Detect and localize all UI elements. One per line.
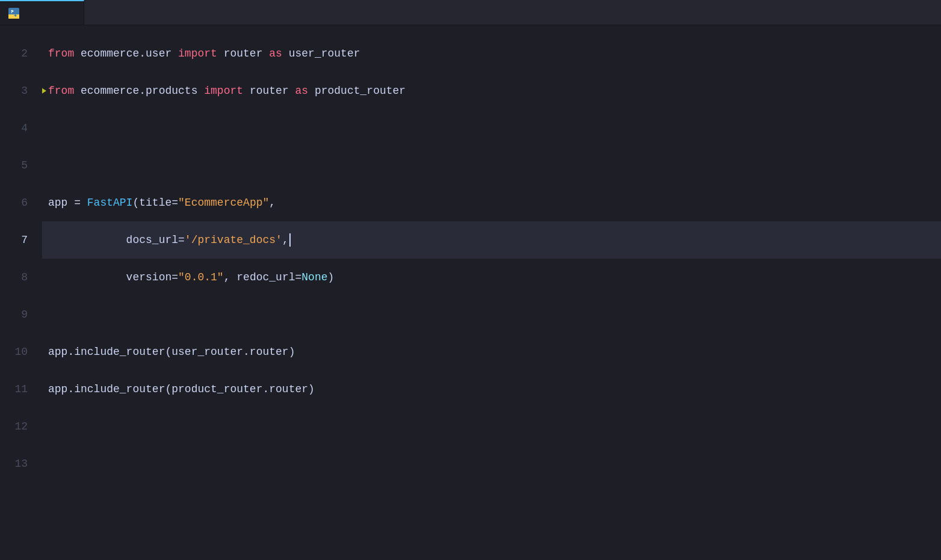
editor-container: 2345678910111213 from ecommerce.user imp… <box>0 0 941 560</box>
code-line-12 <box>42 408 941 445</box>
token-identifier: router <box>217 48 269 60</box>
token-identifier: app = <box>48 197 87 209</box>
token-identifier: title= <box>139 197 178 209</box>
token-punctuation: , <box>282 234 289 246</box>
svg-rect-2 <box>8 12 19 14</box>
code-line-10: app.include_router(user_router.router) <box>42 333 941 371</box>
code-line-5 <box>42 147 941 184</box>
line-number-9: 9 <box>0 296 42 333</box>
line-number-12: 12 <box>0 408 42 445</box>
token-string-double: "EcommerceApp" <box>178 197 269 209</box>
token-identifier: app.include_router(user_router.router) <box>48 346 295 358</box>
token-kw-none: None <box>301 271 327 283</box>
code-line-8: version="0.0.1", redoc_url=None) <box>42 259 941 296</box>
line-number-4: 4 <box>0 109 42 147</box>
token-punctuation: ( <box>132 197 139 209</box>
line-number-10: 10 <box>0 333 42 371</box>
bookmark-icon <box>42 87 46 95</box>
token-string-double: "0.0.1" <box>178 271 224 283</box>
line-number-8: 8 <box>0 259 42 296</box>
line-number-11: 11 <box>0 371 42 408</box>
token-identifier: ecommerce.user <box>74 48 178 60</box>
line-number-6: 6 <box>0 184 42 221</box>
token-identifier: product_router <box>308 85 406 97</box>
code-content[interactable]: from ecommerce.user import router as use… <box>42 25 941 560</box>
tab-bar <box>0 0 941 25</box>
token-kw-as: as <box>295 85 309 97</box>
line-number-2: 2 <box>0 35 42 72</box>
token-identifier: router <box>243 85 295 97</box>
token-kw-import: import <box>204 85 243 97</box>
line-number-7: 7 <box>0 221 42 259</box>
code-line-6: app = FastAPI(title="EcommerceApp", <box>42 184 941 221</box>
token-kw-import: import <box>178 48 217 60</box>
code-area: 2345678910111213 from ecommerce.user imp… <box>0 25 941 560</box>
line-number-13: 13 <box>0 445 42 482</box>
token-kw-from: from <box>48 48 74 60</box>
line-numbers: 2345678910111213 <box>0 25 42 560</box>
token-punctuation: ) <box>328 271 335 283</box>
code-line-3: from ecommerce.products import router as… <box>42 72 941 109</box>
token-identifier: ecommerce.products <box>74 85 204 97</box>
active-tab[interactable] <box>0 0 84 25</box>
code-line-7: docs_url='/private_docs', <box>42 221 941 259</box>
token-identifier: user_router <box>282 48 360 60</box>
code-line-13 <box>42 445 941 482</box>
token-identifier: app.include_router(product_router.router… <box>48 383 315 395</box>
code-line-4 <box>42 109 941 147</box>
token-class-name: FastAPI <box>87 197 133 209</box>
token-identifier: docs_url= <box>48 234 185 246</box>
line-number-5: 5 <box>0 147 42 184</box>
token-identifier: version= <box>48 271 178 283</box>
text-cursor <box>289 233 291 247</box>
code-line-9 <box>42 296 941 333</box>
code-line-2: from ecommerce.user import router as use… <box>42 35 941 72</box>
token-kw-as: as <box>269 48 282 60</box>
token-punctuation: , <box>269 197 276 209</box>
token-string-single: '/private_docs' <box>185 234 282 246</box>
python-file-icon <box>8 8 19 19</box>
tab-close-button[interactable] <box>31 8 41 18</box>
token-punctuation: , redoc_url= <box>224 271 302 283</box>
token-kw-from: from <box>48 85 74 97</box>
code-line-11: app.include_router(product_router.router… <box>42 371 941 408</box>
line-number-3: 3 <box>0 72 42 109</box>
